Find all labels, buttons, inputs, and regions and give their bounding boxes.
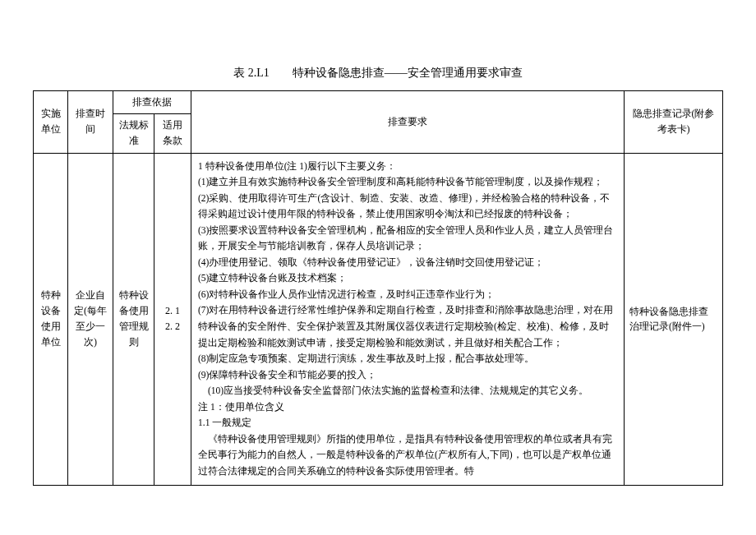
cell-time: 企业自定(每年至少一次): [68, 153, 113, 485]
header-unit: 实施单位: [34, 91, 68, 154]
header-basis: 排查依据: [113, 91, 191, 114]
requirements-table: 实施单位 排查时间 排查依据 排查要求 隐患排查记录(附参考表卡) 法规标准 适…: [33, 90, 723, 486]
header-law: 法规标准: [113, 114, 154, 153]
table-header-row: 实施单位 排查时间 排查依据 排查要求 隐患排查记录(附参考表卡): [34, 91, 723, 114]
header-time: 排查时间: [68, 91, 113, 154]
table-row: 特种设备使用单位 企业自定(每年至少一次) 特种设备使用管理规则 2. 1 2.…: [34, 153, 723, 485]
cell-clause: 2. 1 2. 2: [154, 153, 191, 485]
header-record: 隐患排查记录(附参考表卡): [625, 91, 723, 154]
cell-record: 特种设备隐患排查治理记录(附件一): [625, 153, 723, 485]
cell-requirement: 1 特种设备使用单位(注 1)履行以下主要义务： (1)建立并且有效实施特种设备…: [191, 153, 625, 485]
cell-law: 特种设备使用管理规则: [113, 153, 154, 485]
header-clause: 适用条款: [154, 114, 191, 153]
header-requirement: 排查要求: [191, 91, 625, 154]
table-title: 表 2.L1 特种设备隐患排查——安全管理通用要求审查: [33, 66, 723, 81]
cell-unit: 特种设备使用单位: [34, 153, 68, 485]
